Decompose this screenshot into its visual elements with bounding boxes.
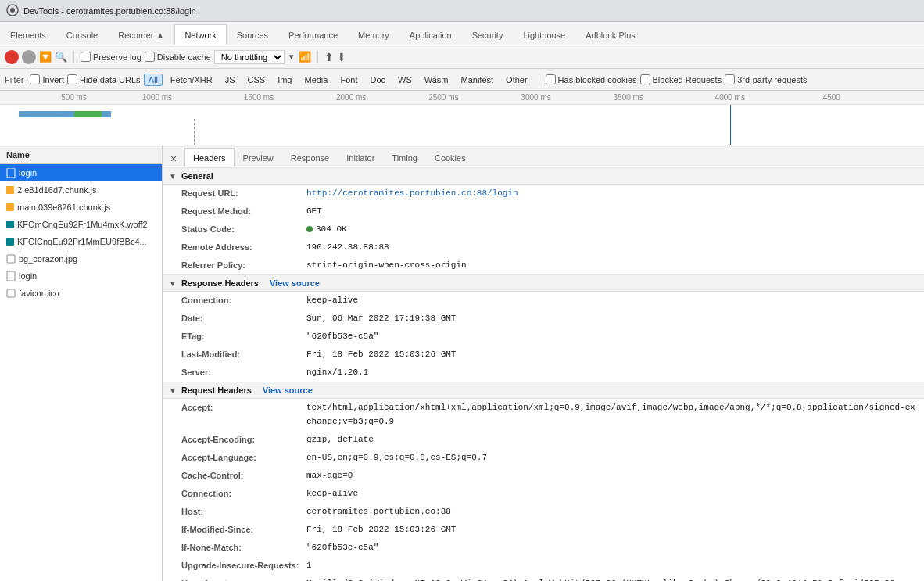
devtools-tabs: Elements Console Recorder ▲ Network Sour…: [0, 22, 924, 45]
req-host-row: Host: cerotramites.portubien.co:88: [163, 503, 924, 521]
file-icon-doc2: [6, 271, 16, 281]
third-party-label[interactable]: 3rd-party requests: [725, 74, 807, 84]
file-row-font2[interactable]: KFOlCnqEu92Fr1MmEU9fBBc4...: [0, 233, 162, 250]
filter-other[interactable]: Other: [501, 74, 532, 86]
separator-1: [73, 51, 74, 63]
status-value: 304 OK: [316, 222, 347, 236]
clear-button[interactable]: [22, 50, 36, 64]
filter-media[interactable]: Media: [299, 74, 332, 86]
req-encoding-row: Accept-Encoding: gzip, deflate: [163, 431, 924, 449]
tab-application[interactable]: Application: [399, 24, 462, 45]
preserve-log-checkbox[interactable]: [81, 52, 91, 62]
general-section-header[interactable]: ▼ General: [163, 167, 924, 185]
has-blocked-cookies-label[interactable]: Has blocked cookies: [546, 74, 637, 84]
file-list-header: Name: [0, 145, 162, 164]
file-row-login2[interactable]: login: [0, 267, 162, 285]
filter-manifest[interactable]: Manifest: [457, 74, 499, 86]
tick-2000: 2000 ms: [336, 93, 366, 102]
tick-2500: 2500 ms: [428, 93, 458, 102]
file-icon-font2: [6, 238, 14, 246]
filter-wasm[interactable]: Wasm: [420, 74, 453, 86]
invert-label[interactable]: Invert: [30, 74, 64, 84]
tab-adblock[interactable]: Adblock Plus: [575, 24, 646, 45]
search-icon[interactable]: 🔍: [55, 51, 67, 63]
request-view-source[interactable]: View source: [263, 386, 313, 395]
file-row-img1[interactable]: bg_corazon.jpg: [0, 250, 162, 267]
filter-css[interactable]: CSS: [243, 74, 270, 86]
filter-js[interactable]: JS: [220, 74, 240, 86]
detail-tab-headers[interactable]: Headers: [184, 148, 235, 167]
has-blocked-cookies-checkbox[interactable]: [546, 74, 556, 84]
resp-etag-row: ETag: "620fb53e-c5a": [163, 328, 924, 346]
throttle-select[interactable]: No throttling Fast 3G Slow 3G Offline: [214, 50, 285, 64]
filter-all[interactable]: All: [144, 74, 163, 86]
tab-elements[interactable]: Elements: [0, 24, 56, 45]
filter-fetchxhr[interactable]: Fetch/XHR: [166, 74, 217, 86]
filter-font[interactable]: Font: [335, 74, 362, 86]
tab-console[interactable]: Console: [56, 24, 108, 45]
detail-tab-response[interactable]: Response: [282, 148, 338, 167]
req-useragent-row: User-Agent: Mozilla/5.0 (Windows NT 10.0…: [163, 575, 924, 581]
referrer-policy-row: Referrer Policy: strict-origin-when-cros…: [163, 256, 924, 274]
general-arrow: ▼: [169, 172, 177, 181]
title-bar: DevTools - cerotramites.portubien.co:88/…: [0, 0, 924, 22]
response-headers-section[interactable]: ▼ Response Headers View source: [163, 274, 924, 292]
file-icon-favicon: [6, 289, 16, 298]
detail-tab-timing[interactable]: Timing: [383, 148, 426, 167]
hide-data-urls-checkbox[interactable]: [67, 74, 77, 84]
tick-3000: 3000 ms: [521, 93, 550, 102]
preserve-log-label[interactable]: Preserve log: [81, 52, 141, 62]
svg-rect-3: [7, 255, 15, 263]
filter-icon: 🔽: [39, 51, 52, 63]
network-toolbar: 🔽 🔍 Preserve log Disable cache No thrott…: [0, 45, 924, 69]
request-url-row: Request URL: http://cerotramites.portubi…: [163, 185, 924, 203]
third-party-checkbox[interactable]: [725, 74, 735, 84]
disable-cache-label[interactable]: Disable cache: [145, 52, 211, 62]
tab-performance[interactable]: Performance: [278, 24, 348, 45]
file-icon-doc: [6, 168, 16, 178]
file-row-login-selected[interactable]: login: [0, 164, 162, 181]
tab-recorder[interactable]: Recorder ▲: [108, 24, 174, 45]
filter-img[interactable]: Img: [273, 74, 296, 86]
request-method-row: Request Method: GET: [163, 203, 924, 221]
detail-tab-initiator[interactable]: Initiator: [338, 148, 383, 167]
devtools-icon: [6, 4, 19, 18]
tab-memory[interactable]: Memory: [348, 24, 399, 45]
detail-tab-preview[interactable]: Preview: [235, 148, 282, 167]
svg-rect-2: [7, 168, 15, 178]
filter-doc[interactable]: Doc: [365, 74, 390, 86]
req-accept-row: Accept: text/html,application/xhtml+xml,…: [163, 399, 924, 431]
file-list: Name login 2.e81d16d7.chunk.js main.039e…: [0, 145, 163, 581]
svg-point-1: [10, 8, 15, 13]
detail-tabs: × Headers Preview Response Initiator Tim…: [163, 145, 924, 167]
timeline-bars: [0, 105, 924, 145]
tab-network[interactable]: Network: [174, 24, 226, 45]
file-row-chunk2[interactable]: main.039e8261.chunk.js: [0, 199, 162, 216]
disable-cache-checkbox[interactable]: [145, 52, 155, 62]
filter-ws[interactable]: WS: [393, 74, 417, 86]
file-row-chunk1[interactable]: 2.e81d16d7.chunk.js: [0, 181, 162, 199]
record-button[interactable]: [5, 50, 19, 64]
timeline-vline-blue: [730, 105, 731, 145]
resp-lastmod-row: Last-Modified: Fri, 18 Feb 2022 15:03:26…: [163, 346, 924, 364]
close-detail-button[interactable]: ×: [166, 151, 181, 167]
blocked-requests-label[interactable]: Blocked Requests: [640, 74, 722, 84]
tab-lighthouse[interactable]: Lighthouse: [513, 24, 575, 45]
detail-content: ▼ General Request URL: http://cerotramit…: [163, 167, 924, 581]
req-cache-row: Cache-Control: max-age=0: [163, 467, 924, 485]
tick-500: 500 ms: [61, 93, 87, 102]
file-row-favicon[interactable]: favicon.ico: [0, 285, 162, 302]
svg-rect-4: [7, 271, 15, 281]
tab-security[interactable]: Security: [462, 24, 514, 45]
invert-checkbox[interactable]: [30, 74, 40, 84]
response-view-source[interactable]: View source: [270, 278, 320, 288]
detail-tab-cookies[interactable]: Cookies: [426, 148, 475, 167]
blocked-requests-checkbox[interactable]: [640, 74, 650, 84]
filter-separator: [539, 74, 539, 86]
tick-3500: 3500 ms: [614, 93, 643, 102]
file-row-font1[interactable]: KFOmCnqEu92Fr1Mu4mxK.woff2: [0, 216, 162, 233]
hide-data-urls-label[interactable]: Hide data URLs: [67, 74, 141, 84]
request-headers-section[interactable]: ▼ Request Headers View source: [163, 382, 924, 399]
timeline: 500 ms 1000 ms 1500 ms 2000 ms 2500 ms 3…: [0, 91, 924, 145]
tab-sources[interactable]: Sources: [227, 24, 278, 45]
